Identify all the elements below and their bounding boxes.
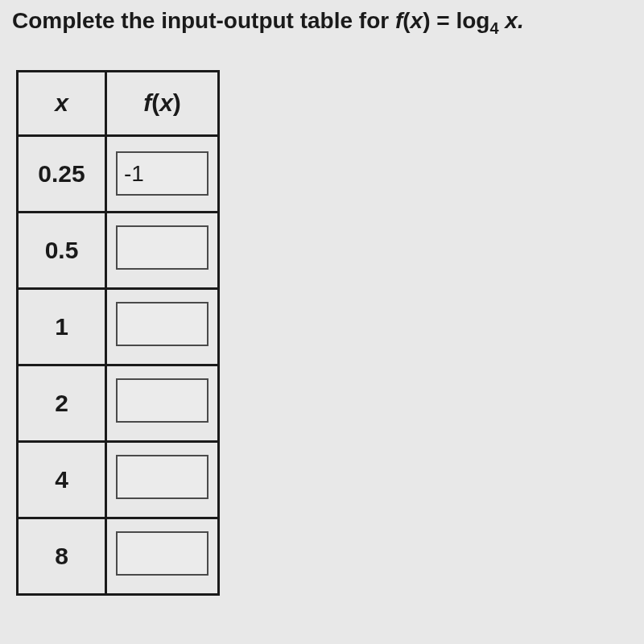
instruction-text: Complete the input-output table for f(x)…	[12, 8, 632, 38]
fx-input[interactable]: -1	[116, 151, 208, 196]
table-row: 2	[18, 365, 219, 441]
x-value: 8	[18, 518, 106, 594]
table-row: 1	[18, 288, 219, 365]
header-fx: f(x)	[106, 71, 219, 135]
x-value: 0.5	[18, 212, 106, 288]
fx-cell	[106, 212, 219, 288]
instruction-var: x	[411, 8, 423, 33]
header-x: x	[18, 71, 106, 135]
fx-cell	[106, 365, 219, 441]
fx-input[interactable]	[116, 455, 208, 499]
x-value: 1	[18, 288, 106, 365]
table-container: x f(x) 0.25 -1 0.5 1	[16, 70, 632, 596]
fx-cell	[106, 518, 219, 594]
x-value: 4	[18, 441, 106, 518]
fx-input[interactable]	[116, 302, 208, 346]
instruction-func: f	[395, 8, 402, 33]
instruction-suffix: x.	[499, 8, 524, 33]
io-table: x f(x) 0.25 -1 0.5 1	[16, 70, 220, 596]
instruction-prefix: Complete the input-output table for	[12, 8, 395, 33]
fx-input[interactable]	[116, 225, 208, 270]
x-value: 0.25	[18, 135, 106, 212]
table-row: 0.5	[18, 212, 219, 288]
fx-cell	[106, 441, 219, 518]
instruction-base: 4	[489, 19, 498, 37]
fx-cell: -1	[106, 135, 219, 212]
fx-cell	[106, 288, 219, 365]
table-row: 0.25 -1	[18, 135, 219, 212]
fx-input[interactable]	[116, 531, 208, 576]
fx-input[interactable]	[116, 378, 208, 423]
instruction-eq: = log	[431, 8, 490, 33]
table-row: 4	[18, 441, 219, 518]
x-value: 2	[18, 365, 106, 441]
table-row: 8	[18, 518, 219, 594]
